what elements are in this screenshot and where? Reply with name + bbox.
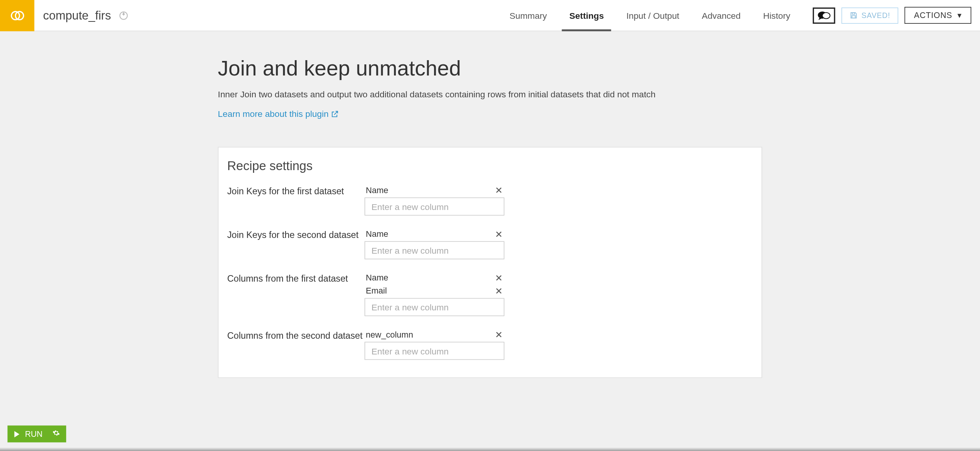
svg-rect-5: [852, 13, 854, 14]
control-columns-second: new_column ✕: [364, 329, 504, 360]
rings-icon: [9, 8, 25, 24]
new-column-input[interactable]: [364, 298, 504, 316]
new-column-input[interactable]: [364, 241, 504, 259]
label-columns-second: Columns from the second dataset: [227, 329, 365, 342]
label-columns-first: Columns from the first dataset: [227, 272, 365, 285]
control-join-keys-second: Name ✕: [364, 228, 504, 259]
learn-more-label: Learn more about this plugin: [218, 109, 328, 119]
tab-settings[interactable]: Settings: [558, 0, 615, 31]
control-columns-first: Name ✕ Email ✕: [364, 272, 504, 316]
saved-button: SAVED!: [841, 7, 898, 23]
title-area: compute_firs: [34, 0, 129, 31]
learn-more-link[interactable]: Learn more about this plugin: [218, 109, 339, 119]
app-logo[interactable]: [0, 0, 34, 31]
chat-button[interactable]: [813, 7, 835, 23]
row-columns-second: Columns from the second dataset new_colu…: [227, 329, 753, 360]
list-item: Email ✕: [364, 285, 504, 298]
header-right: SAVED! ACTIONS ▾: [802, 0, 980, 31]
new-column-input[interactable]: [364, 197, 504, 215]
list-item: Name ✕: [364, 228, 504, 241]
save-icon: [849, 11, 858, 19]
caret-down-icon: ▾: [957, 11, 962, 20]
run-button[interactable]: RUN: [8, 425, 67, 442]
tab-history[interactable]: History: [752, 0, 802, 31]
content: Join and keep unmatched Inner Join two d…: [218, 56, 762, 378]
remove-icon[interactable]: ✕: [495, 330, 503, 339]
remove-icon[interactable]: ✕: [495, 286, 503, 295]
page-heading: Join and keep unmatched: [218, 56, 762, 81]
panel-title: Recipe settings: [227, 159, 753, 173]
row-join-keys-second: Join Keys for the second dataset Name ✕: [227, 228, 753, 259]
play-icon: [14, 431, 20, 437]
remove-icon[interactable]: ✕: [495, 185, 503, 195]
gear-icon[interactable]: [52, 429, 60, 438]
navigate-icon[interactable]: [118, 10, 128, 20]
main-area: Join and keep unmatched Inner Join two d…: [0, 31, 980, 428]
header-tabs: Summary Settings Input / Output Advanced…: [498, 0, 802, 31]
label-join-keys-second: Join Keys for the second dataset: [227, 228, 365, 241]
run-bar: RUN: [8, 425, 67, 442]
page-description: Inner Join two datasets and output two a…: [218, 89, 762, 99]
header-bar: compute_firs Summary Settings Input / Ou…: [0, 0, 980, 31]
label-join-keys-first: Join Keys for the first dataset: [227, 184, 365, 198]
bottom-shadow: [0, 448, 980, 451]
row-join-keys-first: Join Keys for the first dataset Name ✕: [227, 184, 753, 216]
control-join-keys-first: Name ✕: [364, 184, 504, 216]
tab-advanced[interactable]: Advanced: [691, 0, 752, 31]
tab-summary[interactable]: Summary: [498, 0, 558, 31]
remove-icon[interactable]: ✕: [495, 273, 503, 282]
saved-label: SAVED!: [861, 11, 890, 20]
remove-icon[interactable]: ✕: [495, 229, 503, 238]
column-value: Name: [366, 273, 389, 282]
column-value: new_column: [366, 330, 413, 339]
svg-rect-6: [852, 16, 856, 18]
tab-input-output[interactable]: Input / Output: [615, 0, 691, 31]
page-title: compute_firs: [43, 8, 111, 22]
actions-button[interactable]: ACTIONS ▾: [905, 7, 971, 24]
row-columns-first: Columns from the first dataset Name ✕ Em…: [227, 272, 753, 316]
chat-icon: [817, 10, 831, 20]
actions-label: ACTIONS: [914, 11, 952, 20]
recipe-settings-panel: Recipe settings Join Keys for the first …: [218, 147, 762, 378]
column-value: Name: [366, 229, 389, 238]
column-value: Email: [366, 286, 387, 295]
new-column-input[interactable]: [364, 342, 504, 360]
list-item: Name ✕: [364, 184, 504, 197]
list-item: new_column ✕: [364, 329, 504, 342]
run-label: RUN: [25, 429, 42, 438]
list-item: Name ✕: [364, 272, 504, 285]
svg-point-4: [822, 12, 830, 18]
external-link-icon: [331, 110, 339, 118]
column-value: Name: [366, 185, 389, 195]
